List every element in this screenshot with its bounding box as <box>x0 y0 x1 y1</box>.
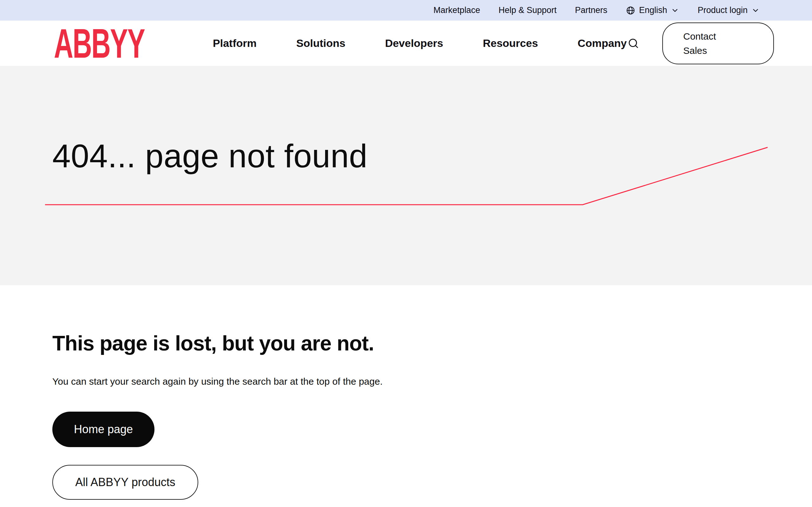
product-login-menu[interactable]: Product login <box>698 5 760 15</box>
nav-item-platform[interactable]: Platform <box>213 37 257 49</box>
utility-bar: Marketplace Help & Support Partners Engl… <box>0 0 812 20</box>
search-icon[interactable] <box>627 37 640 50</box>
nav-item-developers[interactable]: Developers <box>385 37 443 49</box>
abbyy-logo[interactable]: ABBYY <box>54 22 145 64</box>
chevron-down-icon <box>751 6 760 14</box>
hero-404-section: 404... page not found <box>0 66 812 285</box>
product-login-label: Product login <box>698 5 748 15</box>
nav-item-solutions[interactable]: Solutions <box>296 37 345 49</box>
globe-icon <box>626 6 635 15</box>
contact-sales-line1: Contact <box>683 29 716 43</box>
chevron-down-icon <box>671 6 679 14</box>
home-page-button[interactable]: Home page <box>52 412 154 447</box>
topbar-link-label: Partners <box>575 5 607 15</box>
topbar-link-label: Marketplace <box>434 5 480 15</box>
content-section: This page is lost, but you are not. You … <box>0 285 812 500</box>
all-abbyy-products-button[interactable]: All ABBYY products <box>52 465 198 500</box>
page-title-404: 404... page not found <box>52 137 368 175</box>
lost-page-heading: This page is lost, but you are not. <box>52 285 812 355</box>
nav-item-resources[interactable]: Resources <box>483 37 538 49</box>
main-navigation: ABBYY Platform Solutions Developers Reso… <box>0 20 812 66</box>
contact-sales-line2: Sales <box>683 43 707 58</box>
contact-sales-button[interactable]: Contact Sales <box>662 22 774 64</box>
topbar-link-partners[interactable]: Partners <box>575 5 607 15</box>
nav-right-group: Contact Sales <box>627 22 774 64</box>
nav-item-company[interactable]: Company <box>577 37 627 49</box>
nav-menu: Platform Solutions Developers Resources … <box>213 37 627 49</box>
language-selector[interactable]: English <box>626 5 679 15</box>
red-accent-line <box>0 66 812 285</box>
language-label: English <box>639 5 667 15</box>
topbar-link-help-support[interactable]: Help & Support <box>499 5 557 15</box>
topbar-link-label: Help & Support <box>499 5 557 15</box>
lost-page-description: You can start your search again by using… <box>52 375 812 388</box>
topbar-link-marketplace[interactable]: Marketplace <box>434 5 480 15</box>
